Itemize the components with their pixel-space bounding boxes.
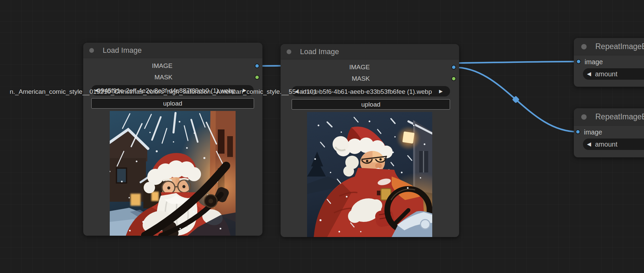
output-port-image[interactable] — [255, 64, 259, 68]
amount-widget-label: amount — [595, 139, 617, 150]
input-label-image: image — [585, 58, 603, 66]
santa-driving-artwork-1 — [110, 111, 236, 236]
amount-widget[interactable]: ◀ amount — [583, 139, 644, 150]
amount-decrement-icon[interactable]: ◀ — [587, 68, 591, 80]
node-title: Load Image — [300, 47, 339, 56]
upload-button-label: upload — [361, 101, 380, 108]
node-repeat-image-batch-2[interactable]: RepeatImageBatch image ◀ amount — [574, 108, 644, 157]
node-graph-canvas[interactable]: Load Image IMAGE MASK image ◀ ▶ upload — [0, 0, 644, 273]
output-port-image[interactable] — [451, 65, 456, 70]
image-preview-2 — [307, 112, 432, 237]
input-port-image[interactable] — [576, 59, 581, 64]
output-label-mask: MASK — [154, 74, 172, 81]
node-load-image-1-titlebar[interactable]: Load Image — [83, 43, 262, 58]
node-repeat-1-titlebar[interactable]: RepeatImageBatch — [574, 38, 644, 55]
input-port-image[interactable] — [576, 129, 580, 134]
output-label-mask: MASK — [352, 75, 370, 82]
combo-next-icon[interactable]: ▶ — [243, 85, 246, 95]
node-load-image-2[interactable]: Load Image IMAGE MASK image ◀ ▶ upload — [281, 44, 459, 237]
node-repeat-image-batch-1[interactable]: RepeatImageBatch image ◀ amount — [574, 38, 644, 87]
output-port-mask[interactable] — [255, 75, 259, 80]
image-preview-1 — [110, 111, 236, 236]
upload-button-label: upload — [163, 100, 182, 107]
collapse-dot-icon[interactable] — [581, 114, 587, 120]
amount-decrement-icon[interactable]: ◀ — [587, 139, 591, 150]
collapse-dot-icon[interactable] — [581, 44, 587, 49]
combo-prev-icon[interactable]: ◀ — [95, 85, 98, 95]
collapse-dot-icon[interactable] — [287, 49, 291, 54]
combo-next-icon[interactable]: ▶ — [439, 86, 443, 96]
input-label-image: image — [584, 128, 602, 136]
output-label-image: IMAGE — [152, 62, 172, 70]
amount-widget[interactable]: ◀ amount — [583, 68, 644, 80]
image-filename-combo[interactable]: image ◀ ▶ — [91, 85, 254, 95]
node-title: Load Image — [103, 46, 142, 55]
wire-midpoint-dot[interactable] — [512, 96, 520, 104]
output-port-mask[interactable] — [451, 76, 456, 81]
node-load-image-1[interactable]: Load Image IMAGE MASK image ◀ ▶ upload — [83, 43, 262, 236]
amount-widget-label: amount — [595, 68, 617, 80]
combo-widget-label: image — [302, 86, 319, 96]
collapse-dot-icon[interactable] — [89, 48, 94, 53]
wire-image-to-repeat-2 — [454, 67, 578, 132]
output-label-image: IMAGE — [349, 64, 370, 71]
combo-widget-label: image — [101, 85, 119, 95]
combo-prev-icon[interactable]: ◀ — [295, 86, 299, 96]
node-repeat-2-titlebar[interactable]: RepeatImageBatch — [574, 108, 644, 126]
node-load-image-2-titlebar[interactable]: Load Image — [281, 44, 459, 60]
upload-button[interactable]: upload — [292, 99, 450, 110]
node-title: RepeatImageBatch — [595, 112, 644, 121]
santa-driving-artwork-2 — [307, 112, 432, 237]
node-title: RepeatImageBatch — [595, 42, 644, 51]
upload-button[interactable]: upload — [91, 98, 254, 109]
image-filename-combo[interactable]: image ◀ ▶ — [292, 86, 450, 96]
